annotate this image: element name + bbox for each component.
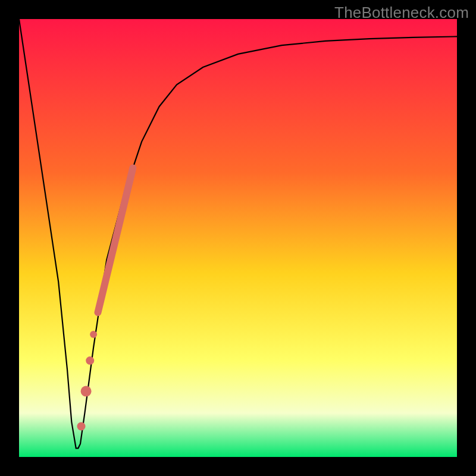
marker-dot-1 bbox=[90, 331, 97, 338]
watermark-text: TheBottleneck.com bbox=[334, 4, 469, 22]
chart-frame: TheBottleneck.com bbox=[0, 0, 476, 476]
plot-area bbox=[19, 19, 457, 457]
marker-dot-3 bbox=[81, 386, 92, 397]
marker-dot-4 bbox=[77, 422, 86, 430]
marker-dot-2 bbox=[86, 356, 94, 365]
chart-svg bbox=[19, 19, 457, 457]
